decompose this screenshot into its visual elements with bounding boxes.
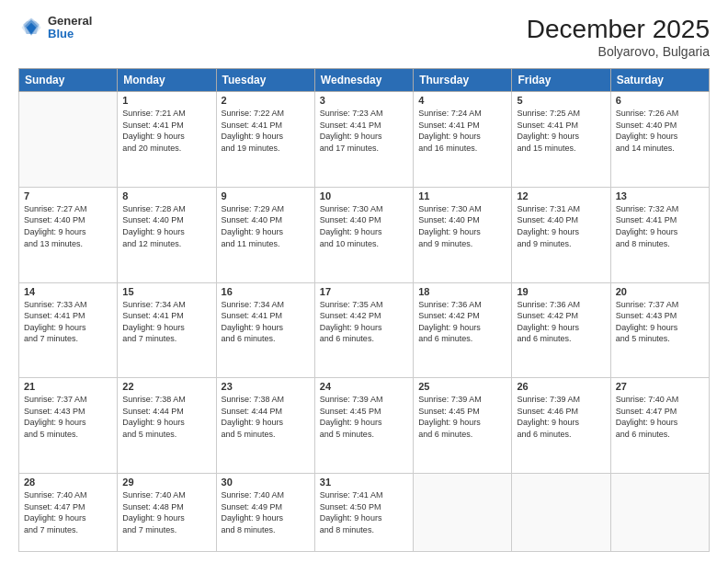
calendar-cell: 16Sunrise: 7:34 AMSunset: 4:41 PMDayligh… — [216, 282, 314, 378]
calendar-cell: 2Sunrise: 7:22 AMSunset: 4:41 PMDaylight… — [216, 92, 314, 188]
day-number: 7 — [24, 190, 112, 201]
day-number: 10 — [320, 190, 408, 201]
day-number: 16 — [222, 286, 310, 297]
calendar-cell: 29Sunrise: 7:40 AMSunset: 4:48 PMDayligh… — [118, 474, 216, 552]
day-number: 24 — [320, 381, 408, 392]
day-info: Sunrise: 7:33 AMSunset: 4:41 PMDaylight:… — [24, 299, 112, 345]
weekday-header: Friday — [512, 69, 610, 92]
calendar-cell: 9Sunrise: 7:29 AMSunset: 4:40 PMDaylight… — [216, 187, 314, 282]
calendar-cell: 30Sunrise: 7:40 AMSunset: 4:49 PMDayligh… — [216, 474, 314, 552]
day-info: Sunrise: 7:41 AMSunset: 4:50 PMDaylight:… — [320, 489, 408, 535]
calendar-cell: 25Sunrise: 7:39 AMSunset: 4:45 PMDayligh… — [414, 378, 512, 474]
calendar-cell — [610, 474, 709, 552]
day-number: 30 — [222, 477, 310, 488]
day-number: 31 — [320, 477, 408, 488]
calendar-cell: 11Sunrise: 7:30 AMSunset: 4:40 PMDayligh… — [414, 187, 512, 282]
day-number: 21 — [24, 381, 112, 392]
calendar-cell: 23Sunrise: 7:38 AMSunset: 4:44 PMDayligh… — [216, 378, 314, 474]
calendar-cell: 13Sunrise: 7:32 AMSunset: 4:41 PMDayligh… — [610, 187, 709, 282]
day-number: 11 — [418, 190, 506, 201]
calendar-cell: 27Sunrise: 7:40 AMSunset: 4:47 PMDayligh… — [610, 378, 709, 474]
day-number: 9 — [222, 190, 310, 201]
month-title: December 2025 — [527, 15, 710, 44]
day-info: Sunrise: 7:29 AMSunset: 4:40 PMDaylight:… — [222, 203, 310, 249]
calendar-cell: 19Sunrise: 7:36 AMSunset: 4:42 PMDayligh… — [512, 282, 610, 378]
calendar-cell: 24Sunrise: 7:39 AMSunset: 4:45 PMDayligh… — [314, 378, 413, 474]
day-info: Sunrise: 7:28 AMSunset: 4:40 PMDaylight:… — [122, 203, 210, 249]
day-info: Sunrise: 7:22 AMSunset: 4:41 PMDaylight:… — [222, 108, 310, 154]
calendar-cell: 28Sunrise: 7:40 AMSunset: 4:47 PMDayligh… — [19, 474, 118, 552]
day-info: Sunrise: 7:36 AMSunset: 4:42 PMDaylight:… — [418, 299, 506, 345]
calendar-cell: 20Sunrise: 7:37 AMSunset: 4:43 PMDayligh… — [610, 282, 709, 378]
calendar-cell: 12Sunrise: 7:31 AMSunset: 4:40 PMDayligh… — [512, 187, 610, 282]
weekday-header: Sunday — [19, 69, 118, 92]
day-info: Sunrise: 7:27 AMSunset: 4:40 PMDaylight:… — [24, 203, 112, 249]
calendar-cell: 8Sunrise: 7:28 AMSunset: 4:40 PMDaylight… — [118, 187, 216, 282]
day-number: 26 — [517, 381, 605, 392]
day-info: Sunrise: 7:25 AMSunset: 4:41 PMDaylight:… — [517, 108, 605, 154]
day-number: 5 — [517, 95, 605, 106]
weekday-header: Wednesday — [314, 69, 413, 92]
calendar-week-row: 1Sunrise: 7:21 AMSunset: 4:41 PMDaylight… — [19, 92, 710, 188]
calendar-cell: 4Sunrise: 7:24 AMSunset: 4:41 PMDaylight… — [414, 92, 512, 188]
day-number: 27 — [616, 381, 704, 392]
day-number: 28 — [24, 477, 112, 488]
day-number: 2 — [222, 95, 310, 106]
page: General Blue December 2025 Bolyarovo, Bu… — [0, 0, 728, 563]
day-number: 4 — [418, 95, 506, 106]
day-info: Sunrise: 7:36 AMSunset: 4:42 PMDaylight:… — [517, 299, 605, 345]
day-number: 19 — [517, 286, 605, 297]
logo-text: General Blue — [48, 15, 92, 41]
calendar-week-row: 7Sunrise: 7:27 AMSunset: 4:40 PMDaylight… — [19, 187, 710, 282]
day-info: Sunrise: 7:37 AMSunset: 4:43 PMDaylight:… — [616, 299, 704, 345]
calendar-week-row: 21Sunrise: 7:37 AMSunset: 4:43 PMDayligh… — [19, 378, 710, 474]
day-info: Sunrise: 7:39 AMSunset: 4:45 PMDaylight:… — [418, 394, 506, 440]
day-number: 18 — [418, 286, 506, 297]
calendar-cell: 3Sunrise: 7:23 AMSunset: 4:41 PMDaylight… — [314, 92, 413, 188]
logo: General Blue — [18, 15, 92, 41]
calendar-cell: 5Sunrise: 7:25 AMSunset: 4:41 PMDaylight… — [512, 92, 610, 188]
day-info: Sunrise: 7:40 AMSunset: 4:47 PMDaylight:… — [24, 489, 112, 535]
day-number: 3 — [320, 95, 408, 106]
weekday-header: Tuesday — [216, 69, 314, 92]
title-block: December 2025 Bolyarovo, Bulgaria — [527, 15, 710, 59]
day-info: Sunrise: 7:30 AMSunset: 4:40 PMDaylight:… — [418, 203, 506, 249]
day-number: 12 — [517, 190, 605, 201]
calendar-cell: 15Sunrise: 7:34 AMSunset: 4:41 PMDayligh… — [118, 282, 216, 378]
calendar-cell: 21Sunrise: 7:37 AMSunset: 4:43 PMDayligh… — [19, 378, 118, 474]
day-number: 22 — [122, 381, 210, 392]
calendar-cell — [512, 474, 610, 552]
day-info: Sunrise: 7:21 AMSunset: 4:41 PMDaylight:… — [122, 108, 210, 154]
day-info: Sunrise: 7:23 AMSunset: 4:41 PMDaylight:… — [320, 108, 408, 154]
calendar-cell: 26Sunrise: 7:39 AMSunset: 4:46 PMDayligh… — [512, 378, 610, 474]
day-info: Sunrise: 7:26 AMSunset: 4:40 PMDaylight:… — [616, 108, 704, 154]
day-info: Sunrise: 7:40 AMSunset: 4:47 PMDaylight:… — [616, 394, 704, 440]
day-number: 13 — [616, 190, 704, 201]
calendar-header-row: SundayMondayTuesdayWednesdayThursdayFrid… — [19, 69, 710, 92]
day-number: 1 — [122, 95, 210, 106]
calendar-cell — [19, 92, 118, 188]
day-info: Sunrise: 7:32 AMSunset: 4:41 PMDaylight:… — [616, 203, 704, 249]
day-number: 29 — [122, 477, 210, 488]
day-number: 23 — [222, 381, 310, 392]
calendar-cell: 22Sunrise: 7:38 AMSunset: 4:44 PMDayligh… — [118, 378, 216, 474]
day-info: Sunrise: 7:34 AMSunset: 4:41 PMDaylight:… — [222, 299, 310, 345]
calendar-cell: 14Sunrise: 7:33 AMSunset: 4:41 PMDayligh… — [19, 282, 118, 378]
calendar-week-row: 14Sunrise: 7:33 AMSunset: 4:41 PMDayligh… — [19, 282, 710, 378]
calendar-cell: 17Sunrise: 7:35 AMSunset: 4:42 PMDayligh… — [314, 282, 413, 378]
weekday-header: Saturday — [610, 69, 709, 92]
day-number: 8 — [122, 190, 210, 201]
day-info: Sunrise: 7:31 AMSunset: 4:40 PMDaylight:… — [517, 203, 605, 249]
day-info: Sunrise: 7:35 AMSunset: 4:42 PMDaylight:… — [320, 299, 408, 345]
calendar-cell: 18Sunrise: 7:36 AMSunset: 4:42 PMDayligh… — [414, 282, 512, 378]
day-info: Sunrise: 7:39 AMSunset: 4:46 PMDaylight:… — [517, 394, 605, 440]
location: Bolyarovo, Bulgaria — [527, 44, 710, 59]
logo-line1: General — [48, 15, 92, 28]
day-number: 17 — [320, 286, 408, 297]
day-number: 15 — [122, 286, 210, 297]
day-info: Sunrise: 7:39 AMSunset: 4:45 PMDaylight:… — [320, 394, 408, 440]
day-info: Sunrise: 7:34 AMSunset: 4:41 PMDaylight:… — [122, 299, 210, 345]
calendar-cell — [414, 474, 512, 552]
logo-icon — [18, 15, 44, 40]
calendar-cell: 7Sunrise: 7:27 AMSunset: 4:40 PMDaylight… — [19, 187, 118, 282]
